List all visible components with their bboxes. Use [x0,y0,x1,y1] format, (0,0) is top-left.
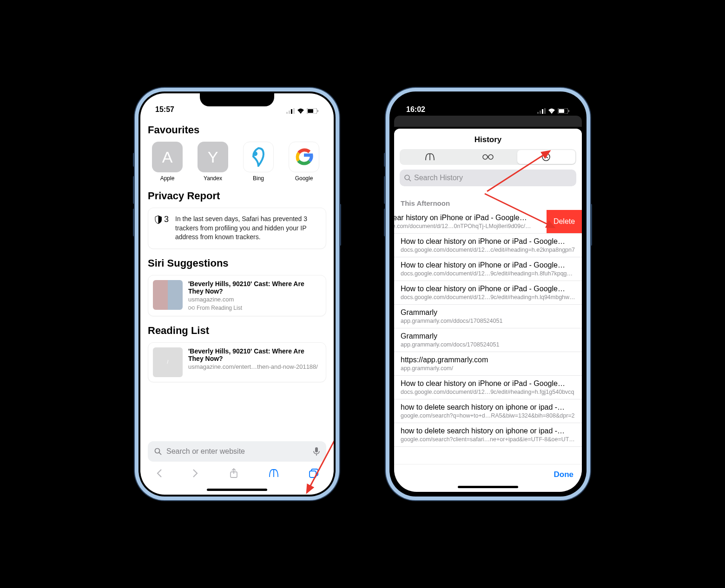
history-title: How to clear history on iPhone or iPad -… [401,379,575,388]
phone-left: 15:57 Favourites AAppleYYandexBingGoogle… [135,88,339,500]
privacy-heading: Privacy Report [148,190,326,202]
svg-line-30 [409,179,411,181]
history-list[interactable]: clear history on iPhone or iPad - Google… [394,210,582,464]
home-indicator[interactable] [207,489,267,491]
svg-point-8 [188,307,191,309]
search-history-input[interactable]: Search History [400,170,576,186]
history-url: google.com/search?q=how+to+d…RA5&biw=132… [401,412,575,419]
history-title: Grammarly [401,332,575,340]
back-button[interactable] [156,469,162,480]
history-title: Grammarly [401,308,575,317]
history-title: How to clear history on iPhone or iPad -… [401,261,575,269]
segmented-control [400,149,576,165]
status-icons [537,108,570,114]
seg-bookmarks[interactable] [401,150,459,164]
history-url: google.com/search?client=safari…ne+or+ip… [401,436,575,443]
svg-line-12 [159,453,162,455]
siri-card[interactable]: 'Beverly Hills, 90210' Cast: Where Are T… [148,275,326,316]
favourite-label: Yandex [193,175,232,182]
favourite-label: Bing [239,175,278,182]
mic-icon[interactable] [313,447,320,456]
phone-right: 16:02 History [386,88,590,500]
status-time: 16:02 [406,105,425,114]
tabs-button[interactable] [309,469,318,480]
history-title: clear history on iPhone or iPad - Google… [394,214,534,222]
group-label: This Afternoon [394,190,582,210]
history-row[interactable]: how to delete search history on iphone o… [394,423,582,447]
history-row[interactable]: How to clear history on iPhone or iPad -… [394,257,582,281]
signal-icon [286,108,295,114]
history-url: app.grammarly.com/ddocs/1708524051 [401,318,575,324]
reading-card[interactable]: / 'Beverly Hills, 90210' Cast: Where Are… [148,342,326,382]
svg-point-26 [488,155,493,159]
privacy-text: In the last seven days, Safari has preve… [175,215,319,242]
svg-rect-1 [289,111,290,114]
history-url: app.grammarly.com/ [401,365,575,372]
clock-icon [542,153,550,161]
svg-rect-3 [293,108,295,114]
share-button[interactable] [230,468,238,480]
siri-domain: usmagazine.com [188,296,321,303]
favourite-item[interactable]: Google [284,142,323,182]
siri-title: 'Beverly Hills, 90210' Cast: Where Are T… [188,280,321,295]
book-icon [425,153,435,161]
history-row[interactable]: Grammarly app.grammarly.com/docs/1708524… [394,328,582,352]
favourite-item[interactable]: AApple [148,142,187,182]
history-row[interactable]: How to clear history on iPhone or iPad -… [394,234,582,257]
history-row[interactable]: Grammarly app.grammarly.com/ddocs/170852… [394,305,582,328]
search-icon [154,448,162,455]
done-button[interactable]: Done [554,470,574,479]
history-row[interactable]: clear history on iPhone or iPad - Google… [394,210,582,234]
history-title: How to clear history on iPhone or iPad -… [401,285,575,293]
favourite-item[interactable]: YYandex [193,142,232,182]
svg-rect-0 [286,112,288,114]
search-placeholder: Search History [414,174,463,182]
favourites-row: AAppleYYandexBingGoogle [148,142,326,182]
history-url: docs.google.com/document/d/12…9c/edit#he… [401,294,575,301]
history-url: docs.google.com/document/d/12…c/edit#hea… [401,247,575,253]
svg-rect-19 [540,111,541,114]
svg-rect-2 [291,109,292,114]
modal-title: History [394,129,582,149]
wifi-icon [297,108,304,114]
seg-reading-list[interactable] [459,150,517,164]
reading-url: usmagazine.com/entert…then-and-now-20118… [188,363,321,370]
favourite-label: Google [284,175,323,182]
svg-rect-13 [315,447,318,452]
favourites-heading: Favourites [148,124,326,136]
svg-rect-23 [559,109,564,113]
siri-heading: Siri Suggestions [148,257,326,269]
glasses-icon [482,154,494,160]
svg-rect-18 [537,112,539,114]
battery-icon [558,108,570,114]
status-icons [286,108,319,114]
history-url: docs.google.com/document/d/12…9c/edit#he… [401,389,575,395]
svg-point-29 [405,175,409,180]
history-title: https://app.grammarly.com [401,356,575,364]
url-bar[interactable]: Search or enter website [148,441,326,462]
svg-rect-20 [542,109,543,114]
home-indicator[interactable] [458,486,518,488]
status-time: 15:57 [155,105,174,114]
history-modal: History Search History This Af [394,129,582,492]
delete-button[interactable]: Delete [547,210,582,233]
reading-title: 'Beverly Hills, 90210' Cast: Where Are T… [188,347,321,362]
history-title: how to delete search history on iphone o… [401,427,575,435]
signal-icon [537,108,546,114]
svg-rect-6 [317,110,318,112]
privacy-card[interactable]: 3 In the last seven days, Safari has pre… [148,208,326,249]
seg-history[interactable] [517,150,575,164]
favourite-item[interactable]: Bing [239,142,278,182]
history-row[interactable]: How to clear history on iPhone or iPad -… [394,376,582,399]
modal-footer: Done [394,464,582,484]
forward-button[interactable] [192,469,199,480]
history-row[interactable]: How to clear history on iPhone or iPad -… [394,281,582,305]
history-row[interactable]: how to delete search history on iphone o… [394,399,582,423]
favourite-label: Apple [148,175,187,182]
history-row[interactable]: https://app.grammarly.com app.grammarly.… [394,352,582,376]
bookmarks-button[interactable] [269,469,279,480]
history-title: How to clear history on iPhone or iPad -… [401,237,575,246]
toolbar [140,464,334,487]
svg-rect-5 [308,109,313,113]
glasses-icon [188,306,195,310]
